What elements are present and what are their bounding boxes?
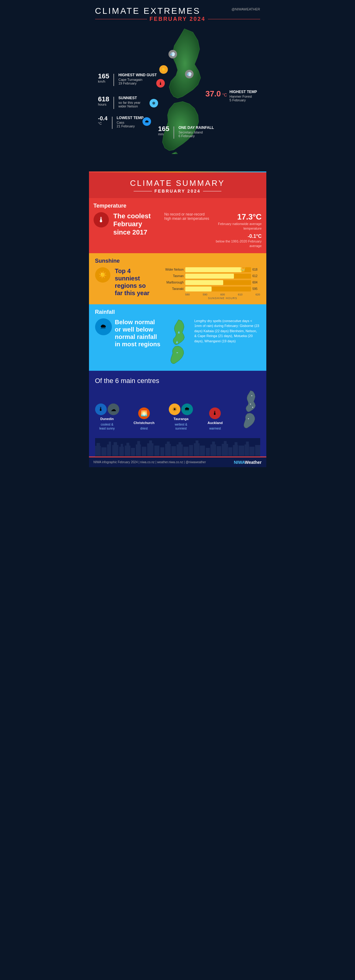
rainfall-label: Rainfall [95, 309, 260, 315]
sunshine-location: wider Nelson [118, 104, 140, 108]
dunedin-desc: coolest &least sunny [99, 423, 115, 430]
svg-rect-12 [109, 441, 111, 456]
svg-rect-31 [178, 442, 181, 456]
svg-text:💧: 💧 [178, 331, 181, 334]
sunshine-unit: hours [98, 103, 109, 106]
temperature-content: 🌡 The coolest February since 2017 No rec… [94, 212, 262, 248]
centres-title: Of the 6 main centres [95, 377, 260, 385]
dunedin-name: Dunedin [100, 417, 114, 421]
hightemp-date: 5 February [229, 98, 257, 102]
sunshine-desc: so far this year [118, 101, 140, 104]
dunedin-icon-group: 🌡 ☁ [95, 404, 119, 415]
bar-fill [185, 274, 234, 278]
hightemp-label: HIGHEST TEMP [229, 90, 257, 95]
bar-value: 612 [252, 274, 260, 278]
tauranga-desc: wettest &sunniest [174, 423, 187, 430]
map-container: 165 km/h HIGHEST WIND GUST Cape Turnagai… [95, 25, 260, 154]
temp-diff-desc: below the 1991-2020 February average [215, 239, 262, 248]
dunedin-temp-icon: 🌡 [95, 404, 107, 415]
temperature-icon: 🌡 [94, 212, 109, 228]
svg-text:☂: ☂ [176, 352, 178, 355]
svg-rect-36 [200, 445, 205, 456]
rainfall-date: 6 February [179, 134, 214, 138]
rainfall-map: 💧 💧 ☂ [164, 318, 192, 366]
svg-rect-10 [101, 447, 106, 456]
sunshine-label: SUNNIEST [118, 96, 140, 101]
svg-rect-42 [223, 441, 226, 455]
svg-rect-39 [212, 441, 215, 456]
centres-nz-map-svg [237, 390, 260, 429]
svg-rect-49 [249, 447, 254, 456]
svg-rect-46 [238, 445, 244, 456]
sunshine-icon: ☀️ [95, 267, 110, 283]
lowtemp-date: 21 February [117, 124, 144, 128]
auckland-temp-icon: 🌡 [209, 407, 221, 419]
rainfall-content: 🌧 Below normal or well below normal rain… [95, 318, 260, 366]
extremes-section: CLIMATE EXTREMES FEBRUARY 2024 @NIWAWEAT… [89, 0, 266, 172]
dunedin-cloud-icon: ☁ [108, 404, 119, 415]
sunshine-content: ☀️ Top 4 sunniest regions so far this ye… [95, 267, 260, 300]
svg-rect-29 [171, 446, 176, 456]
auckland-desc: warmest [209, 426, 221, 430]
bar-row-marlborough: Marlborough604 [159, 280, 260, 285]
tauranga-sun-icon: ☀ [169, 404, 181, 415]
auckland-name: Auckland [208, 421, 223, 425]
svg-rect-45 [235, 442, 237, 456]
svg-rect-21 [137, 441, 140, 455]
sunshine-chart: Wider Nelson👑618Tasman612Marlborough604T… [159, 267, 260, 300]
rainfall-icon: 🌧 [95, 318, 112, 335]
bar-label: Taranaki [159, 287, 184, 291]
svg-point-4 [250, 404, 251, 404]
centres-nz-map [237, 390, 260, 430]
svg-rect-48 [246, 441, 249, 456]
christchurch-desc: driest [140, 426, 148, 430]
svg-rect-22 [141, 447, 146, 456]
chart-axis: 580 590 600 610 620 [185, 293, 260, 296]
summary-section: CLIMATE SUMMARY FEBRUARY 2024 Temperatur… [89, 172, 266, 371]
extremes-subtitle: FEBRUARY 2024 [95, 16, 260, 22]
cityscape-svg [95, 438, 260, 457]
tauranga-name: Tauranga [174, 417, 189, 421]
nz-mini-map-svg: 💧 💧 ☂ [164, 318, 189, 365]
svg-rect-33 [189, 445, 193, 455]
bar-row-tasman: Tasman612 [159, 274, 260, 278]
christchurch-icon-group: 🌅 [138, 407, 150, 419]
rainfall-stat-extreme: 165 mm ONE DAY RAINFALL Secretary Island… [158, 126, 214, 139]
rainfall-subsection: Rainfall 🌧 Below normal or well below no… [89, 304, 266, 371]
temperature-headline: The coolest February since 2017 [113, 212, 160, 236]
bar-track: 👑 [185, 267, 251, 272]
temperature-subsection: Temperature 🌡 The coolest February since… [89, 198, 266, 253]
lowtemp-value: -0.4 [98, 115, 108, 121]
centre-tauranga: ☀ 🌧 Tauranga wettest &sunniest [169, 404, 193, 430]
bar-track [185, 286, 251, 291]
hightemp-map-icon: 🌡 [156, 79, 165, 88]
lowtemp-stat: -0.4 °C LOWEST TEMP Cass 21 February [98, 116, 144, 129]
bar-track [185, 280, 251, 285]
temperature-right: 17.3°C February nationwide average tempe… [215, 212, 262, 248]
wind-location: Cape Turnagain [118, 78, 157, 81]
svg-point-6 [248, 418, 249, 419]
christchurch-sun-icon: 🌅 [138, 407, 150, 419]
bar-fill: 👑 [185, 267, 242, 272]
hightemp-location: Hanmer Forest [229, 95, 257, 98]
temperature-icon-area: 🌡 [94, 212, 109, 228]
bar-value: 604 [252, 281, 260, 284]
centre-dunedin: 🌡 ☁ Dunedin coolest &least sunny [95, 404, 119, 430]
auckland-icon-group: 🌡 [209, 407, 221, 419]
lowtemp-map-icon: ❄ [149, 99, 158, 107]
sun-map-icon: ☀️ [159, 65, 168, 74]
footer: NIWA infographic February 2024 | niwa.co… [89, 457, 266, 467]
bar-label: Tasman [159, 274, 184, 278]
sunshine-value: 618 [98, 95, 109, 103]
lowtemp-location: Cass [117, 121, 144, 124]
svg-rect-28 [166, 441, 170, 456]
temperature-middle: No record or near-record high mean air t… [164, 212, 211, 221]
lowtemp-divider [112, 117, 113, 129]
footer-logo: NIWAWeather [234, 460, 262, 465]
temp-diff-value: -0.1°C [215, 234, 262, 239]
centres-grid: 🌡 ☁ Dunedin coolest &least sunny 🌅 Chris… [95, 390, 260, 434]
footer-text: NIWA infographic February 2024 | niwa.co… [94, 460, 206, 464]
bar-track [185, 274, 251, 278]
rainfall-divider [174, 126, 174, 139]
bar-fill [185, 280, 223, 285]
